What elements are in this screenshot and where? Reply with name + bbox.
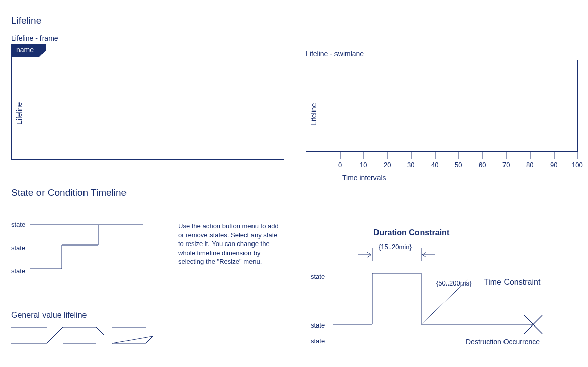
name-tab-text: name [16, 46, 34, 54]
lifeline-swimlane-vert-label: Lifeline [310, 103, 318, 126]
lifeline-frame-vert-label: Lifeline [15, 102, 23, 125]
label-lifeline-frame: Lifeline - frame [11, 34, 58, 43]
right-state-3: state [311, 337, 325, 345]
state-label-3: state [11, 267, 25, 275]
state-label-2: state [11, 244, 25, 252]
label-time-intervals: Time intervals [342, 174, 386, 182]
time-constraint-value: {50..200ms} [436, 279, 471, 287]
tick-50: 50 [455, 161, 462, 169]
tick-80: 80 [526, 161, 533, 169]
tick-90: 90 [550, 161, 557, 169]
state-label-1: state [11, 221, 25, 228]
lifeline-swimlane-box: Lifeline 0 10 20 30 40 50 60 70 80 90 10… [306, 60, 583, 171]
heading-duration-constraint: Duration Constraint [373, 228, 449, 237]
heading-state-timeline: State or Condition Timeline [11, 187, 127, 198]
label-lifeline-swimlane: Lifeline - swimlane [306, 50, 364, 58]
general-value-lifeline-shape [11, 326, 153, 346]
lifeline-frame-box: name Lifeline [11, 44, 284, 160]
heading-time-constraint: Time Constraint [484, 278, 540, 287]
tick-0: 0 [338, 161, 342, 169]
tick-40: 40 [431, 161, 438, 169]
right-diagram [306, 240, 579, 352]
right-state-1: state [311, 273, 325, 280]
tick-20: 20 [384, 161, 391, 169]
svg-rect-1 [306, 60, 578, 152]
help-text: Use the action button menu to add or rem… [178, 222, 284, 266]
tick-30: 30 [407, 161, 414, 169]
right-state-2: state [311, 321, 325, 329]
tick-60: 60 [479, 161, 486, 169]
heading-lifeline: Lifeline [11, 15, 41, 26]
tick-70: 70 [502, 161, 510, 169]
tick-100: 100 [572, 161, 583, 169]
label-destruction-occurrence: Destruction Occurrence [466, 338, 540, 346]
svg-rect-0 [12, 44, 284, 160]
heading-general-value: General value lifeline [11, 311, 87, 320]
state-timeline-diagram: state state state [11, 213, 148, 278]
tick-10: 10 [360, 161, 367, 169]
